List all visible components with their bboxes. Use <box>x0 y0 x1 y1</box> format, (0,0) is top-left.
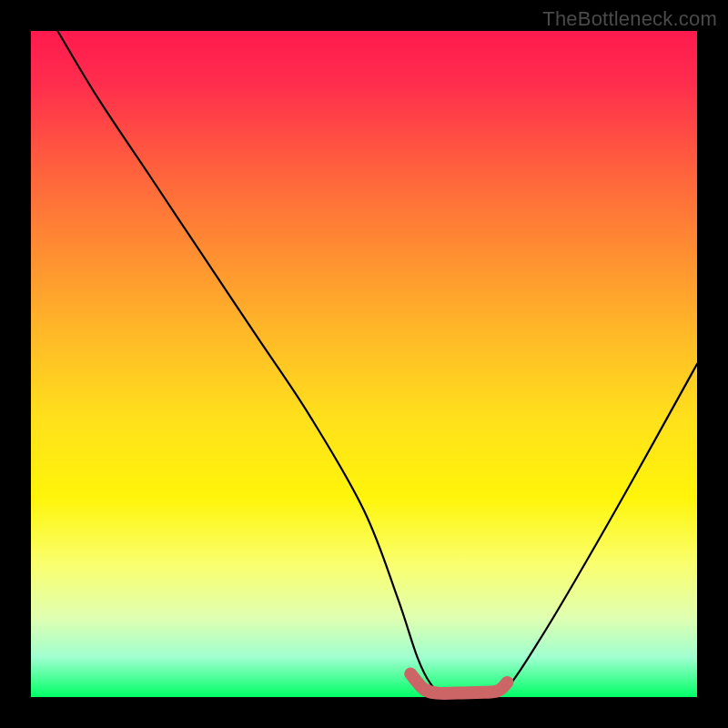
watermark-text: TheBottleneck.com <box>542 7 717 31</box>
bottleneck-curve <box>57 31 697 694</box>
chart-container: TheBottleneck.com <box>0 0 728 728</box>
chart-svg <box>31 31 697 697</box>
plot-area <box>31 31 697 697</box>
